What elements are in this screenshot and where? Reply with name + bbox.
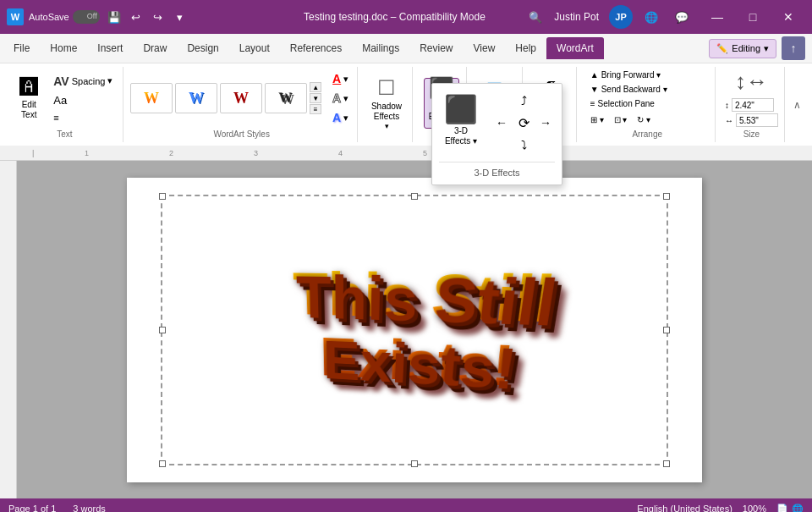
tab-view[interactable]: View (464, 37, 506, 59)
handle-bottom-right[interactable] (663, 460, 670, 467)
tab-home[interactable]: Home (40, 37, 87, 59)
maximize-button[interactable]: □ (736, 0, 770, 34)
height-input[interactable] (732, 98, 774, 112)
shadow-effects-button[interactable]: ☐ ShadowEffects ▾ (367, 78, 406, 129)
wordart-style-4[interactable]: W (265, 83, 307, 113)
editing-dropdown-icon: ▾ (764, 43, 769, 54)
close-button[interactable]: ✕ (771, 0, 805, 34)
tab-mailings[interactable]: Mailings (352, 37, 409, 59)
shadow-effects-icon: ☐ (377, 76, 396, 100)
share-ribbon-button[interactable]: ↑ (782, 36, 805, 60)
text-options-button[interactable]: ≡ (49, 111, 63, 124)
spacing-dropdown: ▾ (107, 75, 112, 86)
tab-design[interactable]: Design (177, 37, 228, 59)
align-button[interactable]: ⊞ ▾ (587, 113, 607, 126)
page-info: Page 1 of 1 (8, 504, 56, 512)
tilt-right-button[interactable]: → (535, 113, 556, 133)
tab-insert[interactable]: Insert (87, 37, 133, 59)
edit-text-label: EditText (21, 100, 36, 120)
tab-file[interactable]: File (3, 37, 40, 59)
send-backward-icon: ▼ (590, 85, 599, 94)
zoom-level: 100% (743, 504, 766, 512)
bring-forward-button[interactable]: ▲ Bring Forward ▾ (587, 69, 708, 81)
group-size: ↕↔ ↕ ↔ Size (719, 67, 785, 142)
text-outline-button[interactable]: A ▾ (328, 90, 353, 107)
rotate-center-button[interactable]: ⟳ (513, 113, 534, 133)
tab-review[interactable]: Review (409, 37, 463, 59)
selection-pane-button[interactable]: ≡ Selection Pane (587, 97, 708, 110)
handle-top-right[interactable] (663, 193, 670, 200)
handle-bottom-middle[interactable] (411, 460, 418, 467)
spacing-button[interactable]: AV Spacing ▾ (49, 73, 117, 90)
tilt-up-button[interactable]: ⤴ (513, 91, 534, 111)
collapse-ribbon-button[interactable]: ∧ (788, 71, 805, 139)
text-outline-dropdown: ▾ (343, 93, 348, 104)
gallery-expand[interactable]: ≡ (310, 104, 321, 114)
comments-button[interactable]: 💬 (670, 5, 694, 29)
save-button[interactable]: 💾 (105, 8, 123, 26)
group-button[interactable]: ⊡ ▾ (611, 113, 631, 126)
handle-top-middle[interactable] (411, 193, 418, 200)
undo-button[interactable]: ↩ (127, 8, 145, 26)
size-group-label: Size (743, 129, 760, 140)
shadow-effects-label: ShadowEffects (371, 102, 402, 122)
user-avatar[interactable]: JP (609, 5, 633, 29)
text-effects-button[interactable]: A ▾ (328, 109, 353, 126)
gallery-scroll-up[interactable]: ▲ (310, 82, 321, 92)
text-sub-buttons: AV Spacing ▾ Aa ≡ (49, 73, 117, 124)
text-fill-button[interactable]: A ▾ (328, 70, 353, 87)
spacing-label: Spacing (72, 76, 106, 86)
ruler-mark-5: 4 (338, 149, 343, 157)
handle-bottom-left[interactable] (159, 460, 166, 467)
window-controls: — □ ✕ (700, 0, 805, 34)
share-icon: ↑ (791, 41, 797, 55)
selection-box: This Still Exists! (161, 195, 668, 465)
edit-text-button[interactable]: 🅰 EditText (12, 69, 46, 128)
tab-layout[interactable]: Layout (229, 37, 280, 59)
handle-mid-left[interactable] (159, 327, 166, 333)
wordart-style-3[interactable]: W (220, 83, 262, 113)
page-info-label: Page 1 of 1 (8, 504, 56, 512)
search-button[interactable]: 🔍 (524, 5, 547, 29)
share-button[interactable]: 🌐 (639, 5, 663, 29)
vertical-ruler (0, 161, 17, 498)
tilt-left-button[interactable]: ← (491, 113, 512, 133)
width-input[interactable] (736, 113, 778, 127)
3d-effects-main-button[interactable]: ⬛ 3-DEffects ▾ (439, 91, 483, 155)
tab-references[interactable]: References (280, 37, 352, 59)
group-shadow-effects: ☐ ShadowEffects ▾ (361, 67, 414, 142)
group-text: 🅰 EditText AV Spacing ▾ Aa ≡ Text (7, 67, 123, 142)
send-backward-button[interactable]: ▼ Send Backward ▾ (587, 83, 708, 96)
tab-help[interactable]: Help (505, 37, 546, 59)
handle-top-left[interactable] (159, 193, 166, 200)
autosave-label: AutoSave (29, 12, 69, 22)
tab-wordart[interactable]: WordArt (546, 37, 604, 59)
group-arrange: ▲ Bring Forward ▾ ▼ Send Backward ▾ ≡ Se… (580, 67, 716, 142)
web-view-button[interactable]: 🌐 (792, 504, 804, 513)
dropdown-inner: ⬛ 3-DEffects ▾ ⤴ ← ⟳ → ⤵ (439, 91, 555, 155)
bring-forward-icon: ▲ (590, 70, 599, 80)
wordart-object[interactable]: This Still Exists! (178, 251, 702, 416)
redo-button[interactable]: ↪ (149, 8, 167, 26)
text-effects-icon: A (332, 111, 341, 124)
aa-button[interactable]: Aa (49, 92, 71, 108)
tab-draw[interactable]: Draw (133, 37, 177, 59)
wordart-style-2[interactable]: W (175, 83, 217, 113)
document-title: Testing testing.doc – Compatibility Mode (266, 11, 524, 23)
text-effect-buttons: A ▾ A ▾ A ▾ (328, 70, 353, 126)
minimize-button[interactable]: — (700, 0, 734, 34)
text-fill-icon: A (332, 72, 341, 85)
shadow-effects-dropdown: ▾ (385, 122, 389, 130)
print-view-button[interactable]: 📄 (776, 504, 788, 513)
title-bar: W AutoSave 💾 ↩ ↪ ▾ Testing testing.doc –… (0, 0, 812, 34)
tilt-down-button[interactable]: ⤵ (513, 135, 534, 155)
rotate-button[interactable]: ↻ ▾ (634, 113, 654, 126)
customize-qat-button[interactable]: ▾ (171, 8, 189, 26)
editing-button[interactable]: ✏️ Editing ▾ (709, 39, 776, 58)
3d-effects-dropdown-label: 3-DEffects ▾ (445, 126, 477, 146)
autosave-toggle[interactable] (73, 10, 100, 24)
wordart-style-1[interactable]: W (130, 83, 173, 113)
width-label: ↔ (725, 116, 733, 125)
gallery-scroll-down[interactable]: ▼ (310, 93, 321, 103)
3d-tilt-controls: ⤴ ← ⟳ → ⤵ (491, 91, 556, 155)
